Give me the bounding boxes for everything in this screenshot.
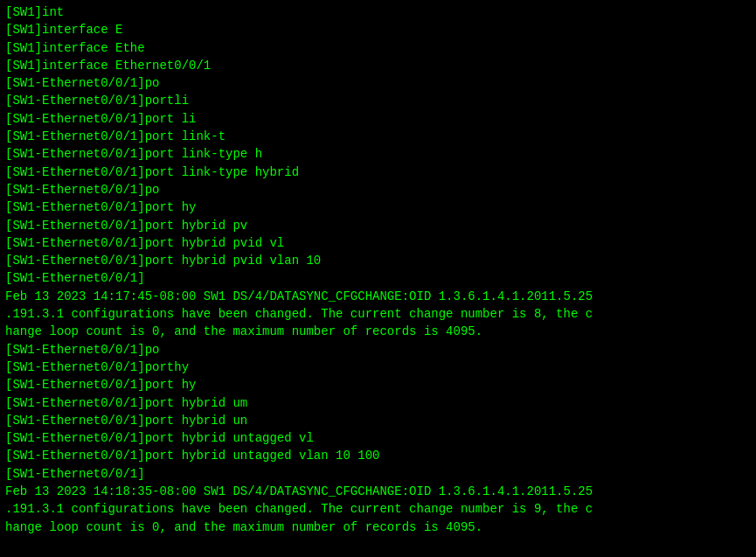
terminal-line: [SW1-Ethernet0/0/1] bbox=[5, 269, 751, 287]
terminal-line: [SW1]interface Ethe bbox=[5, 39, 751, 57]
terminal-line: [SW1-Ethernet0/0/1]port hybrid um bbox=[5, 394, 751, 412]
terminal-line: [SW1-Ethernet0/0/1]portli bbox=[5, 92, 751, 109]
terminal-line: [SW1]interface Ethernet0/0/1 bbox=[5, 57, 751, 74]
terminal-line: [SW1-Ethernet0/0/1]port hybrid untagged … bbox=[5, 429, 751, 447]
terminal-line: [SW1-Ethernet0/0/1]po bbox=[5, 341, 751, 359]
terminal-line: [SW1-Ethernet0/0/1] bbox=[5, 465, 751, 483]
terminal-line: [SW1-Ethernet0/0/1]port hybrid un bbox=[5, 412, 751, 429]
terminal-line: [SW1-Ethernet0/0/1]po bbox=[5, 74, 751, 92]
terminal-line: [SW1-Ethernet0/0/1]port li bbox=[5, 110, 751, 128]
terminal-line: Feb 13 2023 14:18:35-08:00 SW1 DS/4/DATA… bbox=[5, 483, 751, 500]
terminal-line: Feb 13 2023 14:17:45-08:00 SW1 DS/4/DATA… bbox=[5, 288, 751, 305]
terminal-line: [SW1-Ethernet0/0/1]port hybrid pvid vlan… bbox=[5, 252, 751, 269]
terminal-line: [SW1-Ethernet0/0/1]po bbox=[5, 181, 751, 198]
terminal: [SW1]int[SW1]interface E[SW1]interface E… bbox=[0, 0, 756, 557]
terminal-line: [SW1-Ethernet0/0/1]port hybrid untagged … bbox=[5, 447, 751, 464]
terminal-line: [SW1-Ethernet0/0/1]port link-type hybrid bbox=[5, 164, 751, 181]
terminal-line: [SW1-Ethernet0/0/1]port hy bbox=[5, 198, 751, 216]
terminal-line: [SW1-Ethernet0/0/1]port link-t bbox=[5, 128, 751, 145]
terminal-line: [SW1-Ethernet0/0/1]port hybrid pvid vl bbox=[5, 234, 751, 252]
terminal-line: [SW1-Ethernet0/0/1]port link-type h bbox=[5, 145, 751, 163]
terminal-line: hange loop count is 0, and the maximum n… bbox=[5, 519, 751, 536]
terminal-line: [SW1]int bbox=[5, 3, 751, 21]
terminal-line: [SW1-Ethernet0/0/1]port hy bbox=[5, 376, 751, 393]
terminal-line: hange loop count is 0, and the maximum n… bbox=[5, 323, 751, 340]
terminal-line: .191.3.1 configurations have been change… bbox=[5, 500, 751, 518]
terminal-line: [SW1]interface E bbox=[5, 21, 751, 38]
terminal-line: .191.3.1 configurations have been change… bbox=[5, 305, 751, 323]
terminal-line: [SW1-Ethernet0/0/1]porthy bbox=[5, 359, 751, 376]
terminal-line: [SW1-Ethernet0/0/1]port hybrid pv bbox=[5, 217, 751, 234]
